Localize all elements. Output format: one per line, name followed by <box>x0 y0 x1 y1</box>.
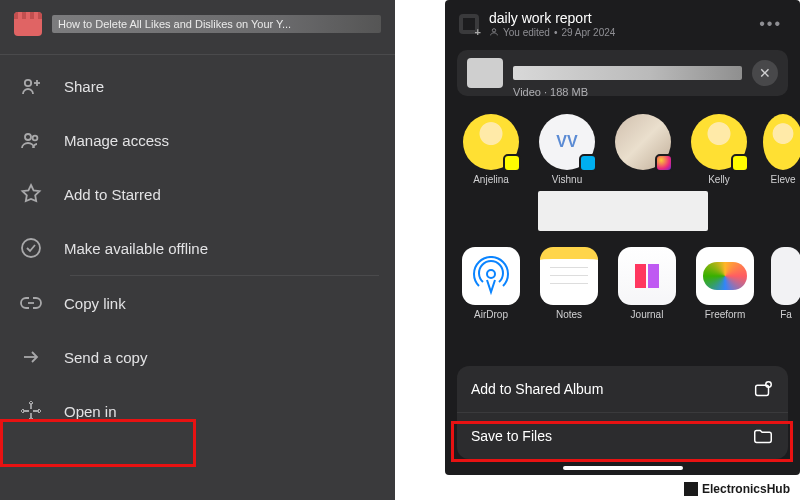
menu-label: Manage access <box>64 132 169 149</box>
contact-vishnu[interactable]: VV Vishnu <box>535 114 599 185</box>
sharing-file-card: ✕ Video · 188 MB <box>457 50 788 96</box>
action-label: Save to Files <box>471 428 552 444</box>
menu-item-manage-access[interactable]: Manage access <box>0 113 395 167</box>
contact-eleve[interactable]: Eleve <box>763 114 800 185</box>
context-document-row[interactable]: daily work report You edited • 29 Apr 20… <box>445 0 800 46</box>
action-save-to-files[interactable]: Save to Files <box>457 412 788 459</box>
journal-icon <box>618 247 676 305</box>
electronicshub-logo-icon <box>684 482 698 496</box>
folder-icon <box>752 425 774 447</box>
document-title: daily work report <box>489 10 745 27</box>
svg-point-7 <box>487 270 495 278</box>
document-icon <box>459 14 479 34</box>
contact-kelly[interactable]: Kelly <box>687 114 751 185</box>
menu-label: Copy link <box>64 295 126 312</box>
snapchat-badge-icon <box>503 154 521 172</box>
app-icon <box>771 247 800 305</box>
menu-label: Send a copy <box>64 349 147 366</box>
action-add-shared-album[interactable]: Add to Shared Album <box>457 366 788 412</box>
redacted-block <box>538 191 708 231</box>
app-journal[interactable]: Journal <box>615 247 679 320</box>
more-icon[interactable]: ••• <box>755 11 786 37</box>
contact-redacted[interactable] <box>611 114 675 185</box>
avatar <box>691 114 747 170</box>
menu-item-copy-link[interactable]: Copy link <box>0 276 395 330</box>
file-thumbnail <box>467 58 503 88</box>
app-notes[interactable]: Notes <box>537 247 601 320</box>
file-meta: Video · 188 MB <box>513 86 588 98</box>
avatar <box>615 114 671 170</box>
svg-point-4 <box>33 136 38 141</box>
link-icon <box>18 290 44 316</box>
menu-label: Add to Starred <box>64 186 161 203</box>
avatar <box>763 114 800 170</box>
file-title <box>513 66 742 80</box>
menu-label: Share <box>64 78 104 95</box>
app-airdrop[interactable]: AirDrop <box>459 247 523 320</box>
airdrop-icon <box>462 247 520 305</box>
drive-context-menu: How to Delete All Likes and Dislikes on … <box>0 0 395 500</box>
instagram-badge-icon <box>655 154 673 172</box>
menu-label: Make available offline <box>64 240 208 257</box>
close-icon[interactable]: ✕ <box>752 60 778 86</box>
menu-item-share[interactable]: Share <box>0 59 395 113</box>
freeform-icon <box>696 247 754 305</box>
video-thumbnail-icon <box>14 12 42 36</box>
app-more[interactable]: Fa <box>771 247 800 320</box>
contact-anjelina[interactable]: Anjelina <box>459 114 523 185</box>
action-list: Add to Shared Album Save to Files <box>457 366 788 459</box>
menu-item-open-in[interactable]: Open in <box>0 384 395 438</box>
avatar: VV <box>539 114 595 170</box>
person-icon <box>489 27 499 37</box>
menu-item-send-copy[interactable]: Send a copy <box>0 330 395 384</box>
svg-point-0 <box>25 80 31 86</box>
notes-icon <box>540 247 598 305</box>
svg-point-3 <box>25 134 31 140</box>
ios-share-sheet: daily work report You edited • 29 Apr 20… <box>445 0 800 475</box>
skype-badge-icon <box>579 154 597 172</box>
open-in-icon <box>18 398 44 424</box>
avatar <box>463 114 519 170</box>
menu-item-add-starred[interactable]: Add to Starred <box>0 167 395 221</box>
group-icon <box>18 127 44 153</box>
watermark: ElectronicsHub <box>684 482 790 496</box>
file-title: How to Delete All Likes and Dislikes on … <box>52 15 381 33</box>
document-subtitle: You edited • 29 Apr 2024 <box>489 27 745 38</box>
star-icon <box>18 181 44 207</box>
svg-point-6 <box>492 29 495 32</box>
home-indicator <box>563 466 683 470</box>
shared-album-icon <box>752 378 774 400</box>
share-icon <box>18 73 44 99</box>
menu-item-offline[interactable]: Make available offline <box>0 221 395 275</box>
send-icon <box>18 344 44 370</box>
action-label: Add to Shared Album <box>471 381 603 397</box>
menu-label: Open in <box>64 403 117 420</box>
snapchat-badge-icon <box>731 154 749 172</box>
apps-row: AirDrop Notes Journal Freeform Fa <box>445 241 800 320</box>
file-header: How to Delete All Likes and Dislikes on … <box>0 0 395 55</box>
app-freeform[interactable]: Freeform <box>693 247 757 320</box>
contacts-row: Anjelina VV Vishnu Kelly Eleve <box>445 106 800 185</box>
svg-point-5 <box>22 239 40 257</box>
offline-icon <box>18 235 44 261</box>
